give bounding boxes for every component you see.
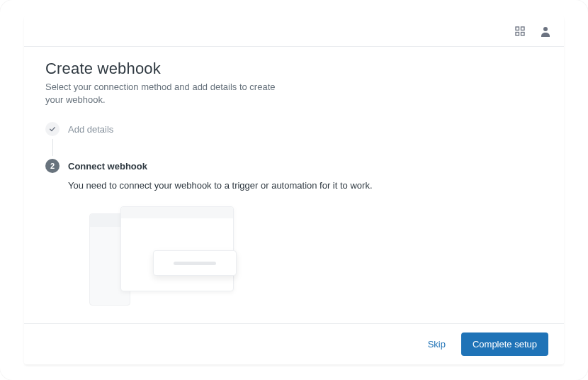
illustration-popup xyxy=(153,250,237,276)
complete-setup-button[interactable]: Complete setup xyxy=(461,332,548,356)
page-subtitle: Select your connection method and add de… xyxy=(45,81,279,106)
footer-actions: Skip Complete setup xyxy=(24,323,564,364)
modal-panel: Create webhook Select your connection me… xyxy=(24,16,564,364)
svg-point-4 xyxy=(543,27,548,31)
content-area: Create webhook Select your connection me… xyxy=(24,47,564,323)
skip-button[interactable]: Skip xyxy=(422,335,451,354)
svg-rect-1 xyxy=(521,27,525,30)
check-icon xyxy=(45,122,60,136)
step-connector xyxy=(52,139,53,156)
step-add-details[interactable]: Add details xyxy=(45,122,543,136)
step-label: Connect webhook xyxy=(68,161,147,172)
app-frame: Create webhook Select your connection me… xyxy=(0,0,588,380)
page-title: Create webhook xyxy=(45,60,543,78)
connect-illustration xyxy=(89,206,238,313)
step-connect-webhook[interactable]: 2 Connect webhook xyxy=(45,159,543,173)
user-icon[interactable] xyxy=(540,26,551,37)
svg-rect-3 xyxy=(521,32,525,35)
svg-rect-0 xyxy=(516,27,519,30)
svg-rect-2 xyxy=(516,32,519,35)
step-body: You need to connect your webhook to a tr… xyxy=(68,180,543,313)
topbar xyxy=(24,16,564,47)
step-label: Add details xyxy=(68,124,113,135)
illustration-main-card xyxy=(120,206,234,291)
apps-icon[interactable] xyxy=(514,26,526,37)
step-description: You need to connect your webhook to a tr… xyxy=(68,180,543,191)
step-number-badge: 2 xyxy=(45,159,60,173)
step-list: Add details 2 Connect webhook You need t… xyxy=(45,122,543,313)
illustration-line xyxy=(174,262,216,265)
